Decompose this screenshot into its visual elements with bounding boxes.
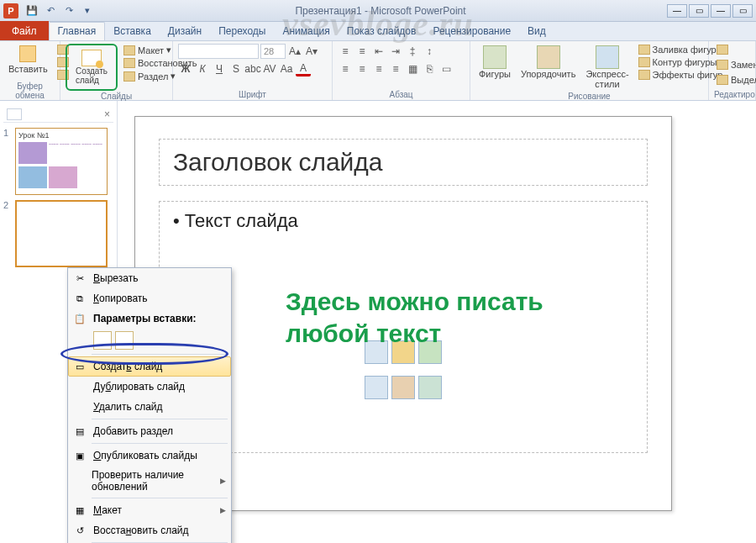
minimize-button[interactable]: — [667,4,687,18]
paragraph-group-label: Абзац [338,89,465,99]
view-tab[interactable]: Вид [519,23,554,40]
undo-icon[interactable]: ↶ [44,4,57,18]
design-tab[interactable]: Дизайн [160,23,210,40]
select-icon [717,75,728,85]
new-slide-button[interactable]: Создать слайд [71,47,113,87]
font-color-button[interactable]: A [296,61,311,76]
editing-group: Замен Выдел Редактиро [709,41,756,100]
new-slide-icon [81,50,102,66]
cm-delete-slide[interactable]: Удалить слайд [68,397,231,417]
insert-picture-icon[interactable] [365,376,388,399]
cm-duplicate-slide[interactable]: Дублировать слайд [68,377,231,397]
separator [92,498,228,498]
home-tab[interactable]: Главная [49,22,106,40]
text-direction-button[interactable]: ↕ [422,44,437,59]
align-center-button[interactable]: ≡ [354,61,370,76]
maximize-button[interactable]: ▭ [689,4,709,18]
minimize-inner-button[interactable]: — [711,4,731,18]
columns-button[interactable]: ▦ [405,61,420,76]
paste-option-1-icon[interactable] [93,331,112,350]
thumb-1-number: 1 [3,128,12,195]
publish-icon: ▣ [73,449,87,462]
cm-new-slide[interactable]: ▭Создать слайд [68,356,231,377]
line-spacing-button[interactable]: ‡ [405,44,420,59]
context-menu: ✂Вырезать ⧉Копировать 📋Параметры вставки… [67,267,232,543]
align-left-button[interactable]: ≡ [338,61,353,76]
paste-option-2-icon[interactable] [115,331,134,350]
arrange-button[interactable]: Упорядочить [517,44,579,81]
insert-tab[interactable]: Вставка [105,23,160,40]
restore-inner-button[interactable]: ▭ [732,4,753,18]
numbering-button[interactable]: ≡ [354,44,370,59]
quick-styles-button[interactable]: Экспресс-стили [582,44,632,91]
thumbnail-slide-1[interactable]: 1 Урок №1 ~~~~ ~~~~ ~~~~ ~~~~ ~~~~ [3,128,113,195]
copy-icon: ⧉ [73,292,87,305]
cm-publish-slides[interactable]: ▣Опубликовать слайды [68,445,231,466]
replace-button[interactable]: Замен [714,59,756,71]
layout-icon: ▦ [73,503,87,517]
cm-reset-slide[interactable]: ↺Восстановить слайд [68,520,231,540]
thumb-2-number: 2 [3,200,12,267]
arrange-icon [537,45,560,69]
slideshow-tab[interactable]: Показ слайдов [339,23,425,40]
slide-title-text: Заголовок слайда [173,148,633,177]
thumb-2-preview [15,200,108,267]
grow-font-button[interactable]: A▴ [287,44,302,59]
outline-tab-icon[interactable] [7,108,22,120]
align-text-button[interactable]: ⎘ [422,61,437,76]
strike-button[interactable]: S [228,61,244,76]
italic-button[interactable]: К [195,61,210,76]
chevron-right-icon: ▶ [220,477,226,485]
file-tab[interactable]: Файл [0,21,49,40]
underline-button[interactable]: Ч [212,61,227,76]
smartart-button[interactable]: ▭ [438,61,454,76]
fill-icon [638,45,650,55]
replace-icon [717,60,728,70]
find-button[interactable] [714,44,731,55]
insert-clipart-icon[interactable] [391,376,415,399]
review-tab[interactable]: Рецензирование [424,23,519,40]
new-slide-label: Создать слайд [76,66,108,85]
redo-icon[interactable]: ↷ [62,4,76,18]
paste-icon: 📋 [73,312,87,325]
font-size-select[interactable] [260,44,286,59]
drawing-group-label: Рисование [475,91,703,101]
cm-check-updates[interactable]: Проверить наличие обновлений▶ [68,466,231,496]
title-placeholder[interactable]: Заголовок слайда [159,139,648,186]
indent-inc-button[interactable]: ⇥ [388,44,403,59]
cm-paste-options-icons [68,329,231,352]
select-button[interactable]: Выдел [714,74,756,86]
shapes-icon [483,45,507,69]
paste-button[interactable]: Вставить [5,44,51,76]
font-family-select[interactable] [178,44,259,59]
close-pane-icon[interactable]: × [104,108,110,120]
shadow-button[interactable]: abc [245,61,260,76]
cm-layout[interactable]: ▦Макет▶ [68,500,231,520]
animation-tab[interactable]: Анимация [274,23,338,40]
align-right-button[interactable]: ≡ [371,61,386,76]
clipboard-group: Вставить Буфер обмена [0,41,60,100]
shapes-button[interactable]: Фигуры [475,44,514,81]
layout-icon [123,45,135,55]
insert-media-icon[interactable] [418,376,442,399]
change-case-button[interactable]: Aa [279,61,294,76]
bullets-button[interactable]: ≡ [338,44,353,59]
qat-customize-icon[interactable]: ▾ [81,4,94,18]
save-icon[interactable]: 💾 [25,4,39,18]
cm-copy[interactable]: ⧉Копировать [68,288,231,308]
editing-group-label: Редактиро [714,89,750,99]
slides-group-label: Слайды [66,91,167,101]
pane-tabs: × [3,106,113,123]
cm-cut[interactable]: ✂Вырезать [68,268,231,288]
justify-button[interactable]: ≡ [388,61,403,76]
indent-dec-button[interactable]: ⇤ [371,44,386,59]
char-spacing-button[interactable]: AV [262,61,277,76]
shrink-font-button[interactable]: A▾ [304,44,319,59]
cm-add-section[interactable]: ▤Добавить раздел [68,421,231,441]
ribbon-tabs: Файл Главная Вставка Дизайн Переходы Ани… [0,22,756,41]
new-slide-icon: ▭ [73,360,87,373]
bold-button[interactable]: Ж [178,61,193,76]
quick-styles-icon [596,45,619,69]
transitions-tab[interactable]: Переходы [210,23,274,40]
thumbnail-slide-2[interactable]: 2 [3,200,113,267]
